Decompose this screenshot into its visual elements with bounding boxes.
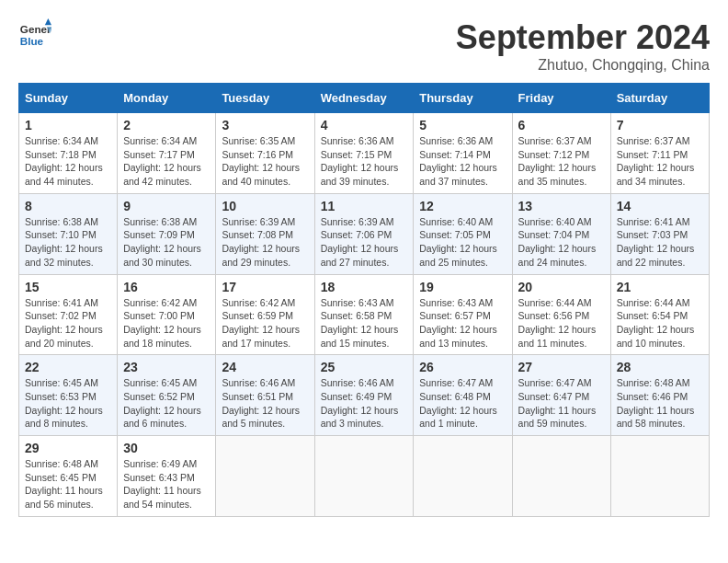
weekday-header-wednesday: Wednesday: [314, 84, 414, 113]
day-number: 14: [617, 199, 703, 213]
calendar-cell: 3Sunrise: 6:35 AMSunset: 7:16 PMDaylight…: [216, 113, 314, 194]
calendar-cell: 9Sunrise: 6:38 AMSunset: 7:09 PMDaylight…: [118, 193, 216, 274]
day-info: Sunrise: 6:44 AMSunset: 6:56 PMDaylight:…: [518, 296, 605, 350]
weekday-header-saturday: Saturday: [610, 84, 709, 113]
calendar-cell: 28Sunrise: 6:48 AMSunset: 6:46 PMDayligh…: [610, 355, 709, 436]
day-info: Sunrise: 6:35 AMSunset: 7:16 PMDaylight:…: [222, 134, 308, 189]
calendar-cell: 26Sunrise: 6:47 AMSunset: 6:48 PMDayligh…: [414, 355, 512, 436]
day-number: 27: [518, 360, 605, 374]
day-number: 15: [25, 280, 111, 294]
weekday-header-friday: Friday: [512, 84, 610, 113]
title-block: September 2024 Zhutuo, Chongqing, China: [456, 18, 710, 74]
day-number: 29: [25, 441, 111, 455]
calendar-cell: 21Sunrise: 6:44 AMSunset: 6:54 PMDayligh…: [610, 274, 709, 355]
day-info: Sunrise: 6:39 AMSunset: 7:08 PMDaylight:…: [222, 215, 308, 270]
calendar-cell: [216, 436, 314, 517]
calendar-cell: 7Sunrise: 6:37 AMSunset: 7:11 PMDaylight…: [610, 113, 709, 194]
day-info: Sunrise: 6:41 AMSunset: 7:03 PMDaylight:…: [617, 215, 703, 270]
day-info: Sunrise: 6:48 AMSunset: 6:45 PMDaylight:…: [25, 457, 111, 511]
day-number: 17: [222, 280, 308, 294]
weekday-header-thursday: Thursday: [414, 84, 512, 113]
day-number: 8: [25, 199, 111, 213]
day-number: 6: [518, 118, 605, 132]
day-number: 9: [123, 199, 210, 213]
day-info: Sunrise: 6:40 AMSunset: 7:04 PMDaylight:…: [518, 215, 605, 270]
calendar-cell: 5Sunrise: 6:36 AMSunset: 7:14 PMDaylight…: [414, 113, 512, 194]
svg-marker-2: [45, 18, 51, 25]
calendar-cell: [314, 436, 414, 517]
day-number: 7: [617, 118, 703, 132]
day-number: 30: [123, 441, 210, 455]
calendar-week-row: 8Sunrise: 6:38 AMSunset: 7:10 PMDaylight…: [19, 193, 710, 274]
calendar-cell: 29Sunrise: 6:48 AMSunset: 6:45 PMDayligh…: [19, 436, 118, 517]
day-info: Sunrise: 6:38 AMSunset: 7:09 PMDaylight:…: [123, 215, 210, 270]
calendar-week-row: 15Sunrise: 6:41 AMSunset: 7:02 PMDayligh…: [19, 274, 710, 355]
calendar-cell: 8Sunrise: 6:38 AMSunset: 7:10 PMDaylight…: [19, 193, 118, 274]
page-header: General Blue September 2024 Zhutuo, Chon…: [18, 18, 710, 74]
day-info: Sunrise: 6:39 AMSunset: 7:06 PMDaylight:…: [321, 215, 408, 270]
day-info: Sunrise: 6:43 AMSunset: 6:57 PMDaylight:…: [419, 296, 506, 350]
calendar-cell: 24Sunrise: 6:46 AMSunset: 6:51 PMDayligh…: [216, 355, 314, 436]
day-number: 24: [222, 360, 308, 374]
day-number: 28: [617, 360, 703, 374]
day-number: 2: [123, 118, 210, 132]
day-info: Sunrise: 6:36 AMSunset: 7:15 PMDaylight:…: [321, 134, 408, 189]
day-number: 11: [321, 199, 408, 213]
calendar-cell: 1Sunrise: 6:34 AMSunset: 7:18 PMDaylight…: [19, 113, 118, 194]
day-number: 25: [321, 360, 408, 374]
day-number: 5: [419, 118, 506, 132]
location-text: Zhutuo, Chongqing, China: [456, 57, 710, 74]
day-number: 13: [518, 199, 605, 213]
day-info: Sunrise: 6:44 AMSunset: 6:54 PMDaylight:…: [617, 296, 703, 350]
calendar-cell: 19Sunrise: 6:43 AMSunset: 6:57 PMDayligh…: [414, 274, 512, 355]
day-info: Sunrise: 6:40 AMSunset: 7:05 PMDaylight:…: [419, 215, 506, 270]
calendar-cell: 12Sunrise: 6:40 AMSunset: 7:05 PMDayligh…: [414, 193, 512, 274]
calendar-cell: [414, 436, 512, 517]
calendar-cell: [512, 436, 610, 517]
calendar-cell: 30Sunrise: 6:49 AMSunset: 6:43 PMDayligh…: [118, 436, 216, 517]
day-number: 4: [321, 118, 408, 132]
day-info: Sunrise: 6:37 AMSunset: 7:11 PMDaylight:…: [617, 134, 703, 189]
day-info: Sunrise: 6:47 AMSunset: 6:48 PMDaylight:…: [419, 376, 506, 431]
day-info: Sunrise: 6:38 AMSunset: 7:10 PMDaylight:…: [25, 215, 111, 270]
day-number: 22: [25, 360, 111, 374]
day-number: 10: [222, 199, 308, 213]
day-info: Sunrise: 6:46 AMSunset: 6:51 PMDaylight:…: [222, 376, 308, 431]
day-number: 16: [123, 280, 210, 294]
day-info: Sunrise: 6:34 AMSunset: 7:17 PMDaylight:…: [123, 134, 210, 189]
day-number: 18: [321, 280, 408, 294]
svg-text:Blue: Blue: [20, 35, 44, 47]
day-info: Sunrise: 6:34 AMSunset: 7:18 PMDaylight:…: [25, 134, 111, 189]
calendar-cell: 17Sunrise: 6:42 AMSunset: 6:59 PMDayligh…: [216, 274, 314, 355]
calendar-cell: 11Sunrise: 6:39 AMSunset: 7:06 PMDayligh…: [314, 193, 414, 274]
calendar-cell: 13Sunrise: 6:40 AMSunset: 7:04 PMDayligh…: [512, 193, 610, 274]
calendar-cell: 27Sunrise: 6:47 AMSunset: 6:47 PMDayligh…: [512, 355, 610, 436]
calendar-cell: 18Sunrise: 6:43 AMSunset: 6:58 PMDayligh…: [314, 274, 414, 355]
calendar-cell: 22Sunrise: 6:45 AMSunset: 6:53 PMDayligh…: [19, 355, 118, 436]
weekday-header-row: SundayMondayTuesdayWednesdayThursdayFrid…: [19, 84, 710, 113]
day-info: Sunrise: 6:42 AMSunset: 6:59 PMDaylight:…: [222, 296, 308, 350]
day-info: Sunrise: 6:49 AMSunset: 6:43 PMDaylight:…: [123, 457, 210, 511]
logo: General Blue: [18, 18, 51, 52]
calendar-cell: 25Sunrise: 6:46 AMSunset: 6:49 PMDayligh…: [314, 355, 414, 436]
calendar-table: SundayMondayTuesdayWednesdayThursdayFrid…: [18, 83, 710, 517]
day-number: 1: [25, 118, 111, 132]
calendar-cell: 15Sunrise: 6:41 AMSunset: 7:02 PMDayligh…: [19, 274, 118, 355]
day-number: 19: [419, 280, 506, 294]
day-info: Sunrise: 6:45 AMSunset: 6:53 PMDaylight:…: [25, 376, 111, 431]
calendar-cell: 10Sunrise: 6:39 AMSunset: 7:08 PMDayligh…: [216, 193, 314, 274]
day-number: 3: [222, 118, 308, 132]
day-info: Sunrise: 6:42 AMSunset: 7:00 PMDaylight:…: [123, 296, 210, 350]
day-info: Sunrise: 6:41 AMSunset: 7:02 PMDaylight:…: [25, 296, 111, 350]
weekday-header-monday: Monday: [118, 84, 216, 113]
day-number: 23: [123, 360, 210, 374]
day-info: Sunrise: 6:45 AMSunset: 6:52 PMDaylight:…: [123, 376, 210, 431]
logo-icon: General Blue: [18, 18, 51, 52]
day-info: Sunrise: 6:47 AMSunset: 6:47 PMDaylight:…: [518, 376, 605, 431]
calendar-cell: 20Sunrise: 6:44 AMSunset: 6:56 PMDayligh…: [512, 274, 610, 355]
calendar-week-row: 22Sunrise: 6:45 AMSunset: 6:53 PMDayligh…: [19, 355, 710, 436]
calendar-cell: 23Sunrise: 6:45 AMSunset: 6:52 PMDayligh…: [118, 355, 216, 436]
month-year-title: September 2024: [456, 18, 710, 57]
day-info: Sunrise: 6:48 AMSunset: 6:46 PMDaylight:…: [617, 376, 703, 431]
day-number: 12: [419, 199, 506, 213]
